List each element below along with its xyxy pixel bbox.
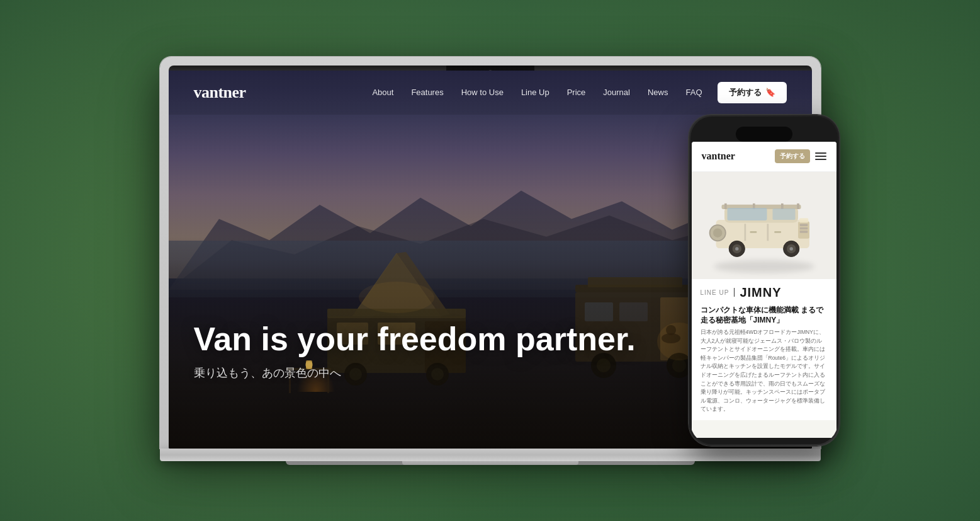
svg-point-11: [359, 282, 434, 313]
phone-card-description: 日本が誇る元祖軽4WDオフロードカーJIMNYに、大人2人が就寝可能なジェームス…: [701, 328, 828, 414]
nav-link-about[interactable]: About: [372, 88, 393, 97]
svg-rect-40: [799, 224, 808, 226]
hero-title: Van is your freedom partner.: [194, 321, 636, 357]
nav-link-lineup[interactable]: Line Up: [521, 88, 549, 97]
phone-nav-logo: vantner: [702, 151, 735, 162]
nav-link-howtouse[interactable]: How to Use: [461, 88, 504, 97]
nav-link-news[interactable]: News: [648, 88, 668, 97]
svg-rect-42: [799, 231, 808, 233]
phone-lineup-label: LINE UP JIMNY: [701, 285, 828, 300]
hero-subtitle: 乗り込もう、あの景色の中へ: [194, 365, 636, 381]
svg-rect-43: [799, 218, 808, 222]
phone-content-area: LINE UP JIMNY コンパクトな車体に機能満載 まるで走る秘密基地「JI…: [692, 279, 836, 421]
svg-rect-53: [767, 224, 769, 241]
svg-rect-54: [750, 231, 757, 233]
nav-link-price[interactable]: Price: [567, 88, 586, 97]
devices-wrapper: vantner About Features How to Use Line U…: [160, 57, 821, 465]
phone-nav-menu-button[interactable]: [815, 152, 826, 160]
svg-rect-17: [619, 302, 648, 321]
svg-point-21: [672, 358, 686, 372]
nav-link-features[interactable]: Features: [411, 88, 443, 97]
phone-dynamic-island: [736, 127, 792, 142]
hamburger-line-1: [815, 152, 826, 154]
hamburger-line-3: [815, 159, 826, 160]
phone-outer: vantner 予約する: [689, 115, 840, 446]
svg-point-45: [713, 228, 722, 237]
phone-car-image-area: [692, 172, 836, 279]
svg-rect-52: [744, 224, 746, 241]
hamburger-line-2: [815, 156, 826, 157]
svg-rect-38: [772, 209, 795, 220]
svg-rect-37: [727, 208, 767, 220]
svg-rect-33: [724, 203, 727, 209]
nav-link-faq[interactable]: FAQ: [685, 88, 702, 97]
phone-screen: vantner 予約する: [692, 142, 836, 438]
nav-cta-label: 予約する: [729, 87, 762, 98]
phone-bottom-bar: [692, 420, 836, 423]
hero-text-block: Van is your freedom partner. 乗り込もう、あの景色の…: [194, 321, 636, 380]
nav-links: About Features How to Use Line Up Price …: [372, 88, 702, 97]
phone-notch-bar: [692, 124, 836, 142]
svg-rect-16: [585, 302, 613, 321]
svg-point-48: [789, 247, 792, 250]
phone-navbar: vantner 予約する: [692, 142, 836, 172]
phone-inner: vantner 予約する: [690, 117, 838, 444]
svg-rect-41: [799, 227, 808, 229]
phone-device: vantner 予約する: [689, 115, 840, 446]
nav-logo: vantner: [194, 83, 246, 102]
phone-card-title: コンパクトな車体に機能満載 まるで走る秘密基地「JIMNY」: [701, 305, 828, 326]
nav-cta-button[interactable]: 予約する 🔖: [718, 82, 787, 103]
svg-rect-13: [588, 277, 682, 287]
laptop-base: [160, 449, 821, 461]
laptop-notch-bar: [169, 66, 812, 71]
svg-point-51: [735, 247, 738, 250]
svg-rect-35: [781, 203, 784, 209]
phone-nav-cta-button[interactable]: 予約する: [775, 149, 810, 163]
svg-rect-36: [797, 203, 799, 209]
phone-car-shadow: [714, 260, 814, 273]
phone-lineup-divider: [734, 288, 735, 297]
jimny-car-svg: [707, 191, 821, 260]
bookmark-icon: 🔖: [765, 88, 775, 97]
laptop-navbar: vantner About Features How to Use Line U…: [169, 71, 812, 115]
nav-link-journal[interactable]: Journal: [603, 88, 630, 97]
svg-rect-55: [774, 231, 781, 233]
phone-lineup-model: JIMNY: [740, 285, 781, 300]
phone-lineup-category: LINE UP: [701, 289, 729, 296]
